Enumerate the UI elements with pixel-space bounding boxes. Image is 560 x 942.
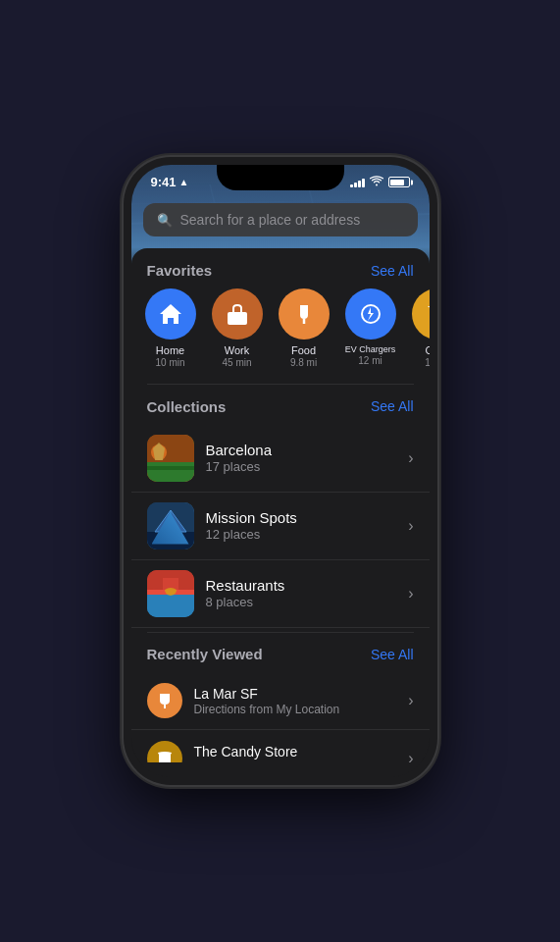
favorites-section-header: Favorites See All	[131, 248, 430, 288]
recently-viewed-title: Recently Viewed	[147, 646, 263, 662]
recent-sub-candy: 1507 Vallejo St, San Francisco	[194, 760, 354, 763]
collection-name-mission: Mission Spots	[206, 509, 297, 526]
favorites-title: Favorites	[147, 262, 213, 279]
favorite-item-food[interactable]: Food 9.8 mi	[277, 288, 331, 368]
collection-thumb-mission	[147, 502, 194, 550]
recent-item-candy[interactable]: The Candy Store 1507 Vallejo St, San Fra…	[131, 730, 430, 762]
search-container[interactable]: 🔍 Search for a place or address	[131, 195, 430, 248]
recently-viewed-see-all[interactable]: See All	[371, 647, 414, 662]
favorite-icon-work	[212, 288, 263, 340]
favorite-item-home[interactable]: Home 10 min	[143, 288, 198, 368]
collection-info-restaurants: Restaurants 8 places	[206, 577, 285, 609]
collection-count-mission: 12 places	[206, 527, 297, 542]
collection-item-mission[interactable]: Mission Spots 12 places ›	[131, 493, 430, 560]
collections-section-header: Collections See All	[131, 385, 430, 425]
svg-rect-6	[234, 315, 240, 319]
favorite-item-work[interactable]: Work 45 min	[210, 288, 265, 368]
collections-title: Collections	[147, 398, 227, 415]
collection-thumb-restaurants	[147, 570, 194, 617]
location-arrow-icon: ▲	[179, 177, 189, 187]
collection-count-barcelona: 17 places	[206, 459, 273, 474]
time-display: 9:41	[151, 175, 177, 189]
collection-name-barcelona: Barcelona	[206, 442, 273, 458]
collection-name-restaurants: Restaurants	[206, 577, 285, 594]
search-bar[interactable]: 🔍 Search for a place or address	[143, 203, 418, 236]
favorite-item-ev[interactable]: EV Chargers 12 mi	[343, 288, 398, 368]
collection-item-barcelona[interactable]: Barcelona 17 places ›	[131, 425, 430, 493]
favorite-icon-food	[279, 288, 330, 340]
svg-point-29	[166, 759, 169, 762]
svg-point-28	[161, 758, 165, 761]
recent-item-lamar[interactable]: La Mar SF Directions from My Location ›	[131, 672, 430, 730]
collection-item-restaurants[interactable]: Restaurants 8 places ›	[131, 560, 430, 628]
wifi-icon	[370, 176, 383, 188]
recently-viewed-header: Recently Viewed See All	[131, 632, 430, 672]
content-area[interactable]: Favorites See All Home 10 min	[131, 248, 430, 762]
recent-icon-lamar	[147, 683, 182, 718]
chevron-icon-4: ›	[408, 692, 413, 709]
status-icons	[350, 176, 410, 188]
favorite-label-ev: EV Chargers	[345, 344, 396, 354]
favorite-item-grocery[interactable]: Groc 13 mi	[410, 288, 430, 368]
favorite-icon-home	[145, 288, 196, 340]
recent-name-lamar: La Mar SF	[194, 686, 340, 702]
favorites-list[interactable]: Home 10 min Work 45 min	[131, 288, 430, 384]
favorite-sub-grocery: 13 mi	[425, 357, 429, 368]
collection-info-mission: Mission Spots 12 places	[206, 509, 297, 542]
favorite-sub-ev: 12 mi	[358, 355, 382, 366]
chevron-icon-3: ›	[408, 585, 413, 602]
collection-count-restaurants: 8 places	[206, 595, 285, 609]
favorite-label-home: Home	[156, 344, 184, 356]
search-icon: 🔍	[157, 213, 173, 228]
signal-icon	[350, 178, 365, 187]
chevron-icon: ›	[408, 449, 413, 467]
phone-screen: 9:41 ▲	[131, 165, 430, 777]
battery-icon	[388, 177, 410, 187]
favorite-label-grocery: Groc	[426, 344, 430, 356]
collections-see-all[interactable]: See All	[371, 398, 414, 414]
notch	[217, 165, 344, 190]
recent-icon-candy	[147, 741, 182, 762]
phone-frame: 9:41 ▲	[124, 157, 437, 785]
recent-name-candy: The Candy Store	[194, 744, 354, 759]
collection-info-barcelona: Barcelona 17 places	[206, 442, 273, 474]
svg-rect-15	[147, 466, 194, 470]
collection-thumb-barcelona	[147, 435, 194, 482]
favorite-icon-grocery	[412, 288, 430, 340]
chevron-icon-5: ›	[408, 750, 413, 762]
favorite-sub-food: 9.8 mi	[290, 357, 317, 368]
favorite-sub-work: 45 min	[222, 357, 251, 368]
favorite-sub-home: 10 min	[155, 357, 184, 368]
recent-info-lamar: La Mar SF Directions from My Location	[194, 686, 340, 716]
svg-rect-24	[147, 595, 194, 617]
recent-sub-lamar: Directions from My Location	[194, 703, 340, 716]
favorites-see-all[interactable]: See All	[371, 263, 414, 279]
svg-rect-13	[147, 462, 194, 482]
recent-info-candy: The Candy Store 1507 Vallejo St, San Fra…	[194, 744, 354, 763]
search-placeholder: Search for a place or address	[180, 212, 361, 228]
favorite-icon-ev	[345, 288, 396, 340]
chevron-icon-2: ›	[408, 517, 413, 535]
favorite-label-food: Food	[291, 344, 316, 356]
status-time: 9:41 ▲	[151, 175, 189, 189]
favorite-label-work: Work	[225, 344, 249, 356]
svg-rect-17	[147, 532, 194, 550]
